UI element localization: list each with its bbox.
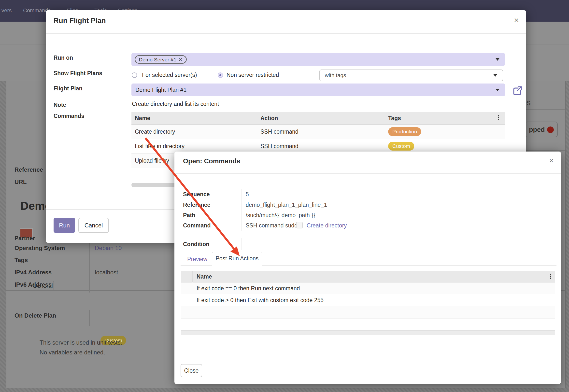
show-flight-plans-label: Show Flight Plans [54, 70, 102, 77]
table-row[interactable]: If exit code == 0 then Run next command [181, 282, 555, 294]
command-label: Command [183, 222, 211, 229]
partner-label: Partner [14, 235, 35, 242]
post-run-actions-table: Name If exit code == 0 then Run next com… [181, 271, 555, 319]
table-header-row: Name [181, 271, 555, 282]
cell-name: If exit code > 0 then Exit with custom e… [197, 297, 324, 304]
commands-modal-title: Open: Commands [183, 157, 240, 165]
modal-header-divider [174, 173, 561, 174]
run-on-label: Run on [54, 55, 73, 61]
tags-label: Tags [14, 257, 28, 264]
flight-plan-value: Demo Flight Plan #1 [135, 87, 186, 93]
os-label: Operating System [14, 245, 65, 252]
table-header-row: Name Action Tags [131, 112, 505, 125]
table-options-icon[interactable] [498, 114, 499, 121]
label-column-divider [242, 238, 242, 250]
reference-label: Reference [183, 202, 210, 208]
command-value: SSH command sudo [246, 222, 298, 229]
chevron-down-icon [493, 74, 497, 77]
condition-label: Condition [183, 241, 209, 248]
server-tag-label: Demo Server #1 [139, 57, 176, 62]
cancel-button[interactable]: Cancel [78, 218, 109, 233]
sequence-value: 5 [246, 191, 249, 198]
stat-divider [526, 109, 565, 110]
radio-non-server-restricted[interactable] [218, 72, 223, 78]
reference-label: Reference [14, 166, 43, 173]
table-row[interactable]: Create directory SSH command Production [131, 125, 505, 139]
os-value-link[interactable]: Debian 10 [95, 245, 122, 252]
cell-name: Create directory [135, 128, 175, 135]
column-header-name[interactable]: Name [197, 273, 212, 280]
run-on-field[interactable]: Demo Server #1✕ [131, 53, 505, 66]
radio-for-selected-servers-label: For selected server(s) [142, 72, 197, 78]
cell-action: SSH command [260, 128, 299, 135]
table-options-icon[interactable] [550, 273, 552, 280]
selector-column [181, 271, 193, 282]
cell-name: List files in directory [135, 143, 185, 150]
path-label: Path [183, 212, 195, 219]
cell-action: SSH command [260, 143, 299, 150]
status-badge-stopped[interactable]: pped [525, 122, 558, 137]
reference-value: demo_flight_plan_1_plan_line_1 [246, 202, 327, 208]
cell-name: Upload file by [135, 157, 169, 164]
tag-remove-icon[interactable]: ✕ [178, 57, 183, 62]
note-label: Note [54, 102, 66, 108]
column-header-name[interactable]: Name [135, 115, 150, 122]
commands-label: Commands [54, 113, 84, 119]
status-text-fragment: pped [529, 126, 545, 134]
nav-item-servers[interactable]: vers [1, 7, 12, 14]
screen: vers Commands Files Tools Settings Test … [0, 0, 569, 392]
sudo-checkbox[interactable] [296, 222, 303, 228]
run-modal-title: Run Flight Plan [54, 17, 106, 25]
label-column-divider [242, 189, 242, 231]
table-scrollbar-track[interactable] [181, 330, 555, 335]
table-row-empty [181, 306, 555, 319]
ipv6-label: IPv6 Address [14, 281, 52, 288]
open-commands-modal: Open: Commands × Sequence Reference Path… [174, 152, 561, 384]
modal-footer-divider [174, 357, 561, 357]
column-header-tags[interactable]: Tags [388, 115, 401, 122]
flight-plan-select[interactable]: Demo Flight Plan #1 [131, 84, 505, 96]
column-header-action[interactable]: Action [260, 115, 278, 122]
cell-name: If exit code == 0 then Run next command [197, 285, 300, 292]
close-button[interactable]: Close [181, 364, 202, 377]
external-link-icon[interactable] [512, 85, 523, 97]
unit-test-note-line1: This server is used in unit tests. [40, 339, 122, 346]
close-icon[interactable]: × [514, 16, 519, 24]
field-separator [89, 242, 90, 293]
notebook-divider [181, 265, 212, 266]
chevron-down-icon [496, 58, 499, 61]
radio-for-selected-servers[interactable] [132, 72, 137, 78]
unit-test-note-line2: No variables are defined. [40, 349, 105, 356]
tag-custom: Custom [388, 142, 414, 151]
with-tags-select[interactable]: with tags [319, 70, 503, 81]
with-tags-placeholder: with tags [325, 72, 346, 79]
field-separator [89, 310, 90, 326]
tag-production: Production [388, 127, 421, 136]
radio-non-server-restricted-label: Non server restricted [227, 72, 279, 78]
ipv4-label: IPv4 Address [14, 269, 52, 276]
on-delete-plan-label: On Delete Plan [14, 312, 56, 319]
create-directory-link[interactable]: Create directory [307, 222, 347, 229]
chevron-down-icon [496, 89, 499, 91]
path-value: /such/much/{{ demo_path }} [246, 212, 315, 219]
status-dot [547, 126, 554, 133]
label-column-divider [128, 51, 128, 188]
server-tag-chip: Demo Server #1✕ [135, 55, 187, 64]
url-label: URL [14, 179, 27, 185]
run-button[interactable]: Run [54, 218, 75, 233]
modal-header-divider [46, 33, 526, 34]
close-icon[interactable]: × [549, 157, 554, 164]
table-row[interactable]: If exit code > 0 then Exit with custom e… [181, 294, 555, 306]
notebook-divider [262, 265, 556, 266]
tab-preview[interactable]: Preview [184, 253, 211, 265]
plan-description: Create directory and list its content [132, 101, 219, 107]
stat-divider [526, 150, 565, 151]
tab-post-run-actions[interactable]: Post Run Actions [212, 252, 262, 265]
sequence-label: Sequence [183, 191, 210, 198]
ipv4-value: localhost [95, 269, 118, 276]
flight-plan-label: Flight Plan [54, 85, 83, 92]
